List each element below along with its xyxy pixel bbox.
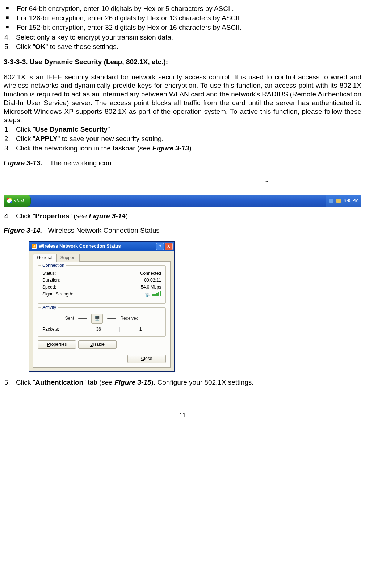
dynamic-security-steps: 1. Click "Use Dynamic Security" 2. Click… — [4, 125, 361, 152]
speed-label: Speed: — [42, 285, 56, 290]
signal-label: Signal Strength: — [42, 291, 73, 298]
group-activity: Activity Sent —— 🖥️ —— Received Packets:… — [38, 307, 166, 337]
dialog-titlebar: 📶 Wireless Network Connection Status ? X — [29, 242, 174, 251]
tray-clock: 6:45 PM — [344, 198, 358, 203]
help-button[interactable]: ? — [156, 243, 164, 250]
packets-sent-value: 36 — [78, 327, 119, 332]
disable-button[interactable]: Disable — [78, 340, 117, 349]
system-tray[interactable]: 6:45 PM — [326, 195, 361, 207]
packets-label: Packets: — [42, 327, 78, 332]
figure-3-13-caption: Figure 3-13. The networking icon — [4, 159, 361, 167]
duration-label: Duration: — [42, 278, 60, 283]
duration-value: 00:02:11 — [144, 278, 161, 283]
group-connection: Connection Status: Connected Duration: 0… — [38, 265, 166, 304]
status-value: Connected — [140, 271, 161, 276]
tab-general[interactable]: General — [33, 254, 56, 262]
down-arrow-icon: ↓ — [264, 174, 269, 184]
tray-network-icon[interactable] — [329, 199, 333, 203]
step-5-list: 5. Click "Authentication" tab (see Figur… — [4, 378, 361, 387]
received-label: Received — [120, 316, 138, 321]
activity-line-icon: —— — [78, 316, 87, 321]
properties-button[interactable]: Properties — [38, 340, 76, 349]
start-label: start — [14, 198, 24, 204]
section-paragraph: 802.1X is an IEEE security standard for … — [4, 73, 361, 125]
wireless-status-dialog: 📶 Wireless Network Connection Status ? X… — [29, 241, 175, 372]
bullet-item: For 128-bit encryption, enter 26 digital… — [4, 14, 361, 22]
group-title: Activity — [41, 305, 58, 310]
dialog-title: Wireless Network Connection Status — [39, 243, 121, 249]
continued-steps-list: 4. Select only a key to encrypt your tra… — [4, 33, 361, 51]
tray-volume-icon[interactable] — [336, 199, 341, 203]
windows-taskbar: start 6:45 PM — [4, 195, 361, 207]
tab-support[interactable]: Support — [56, 254, 80, 262]
start-button[interactable]: start — [4, 195, 31, 207]
step-item: 2. Click "APPLY" to save your new securi… — [4, 134, 361, 143]
close-button[interactable]: X — [165, 243, 173, 250]
step-item: 4. Select only a key to encrypt your tra… — [4, 33, 361, 42]
figure-3-14-caption: Figure 3-14. Wireless Network Connection… — [4, 226, 361, 235]
activity-computers-icon: 🖥️ — [91, 314, 103, 324]
step-4-list: 4. Click "Properties" (see Figure 3-14) — [4, 212, 361, 220]
dialog-tabs: General Support — [33, 253, 171, 262]
page-number: 11 — [4, 412, 361, 419]
speed-value: 54.0 Mbps — [141, 285, 161, 290]
group-title: Connection — [41, 263, 66, 268]
tab-page-general: Connection Status: Connected Duration: 0… — [33, 261, 171, 368]
activity-line-icon: —— — [107, 316, 116, 321]
sent-label: Sent — [65, 316, 74, 321]
step-item: 3. Click the networking icon in the task… — [4, 144, 361, 153]
step-item: 5. Click "Authentication" tab (see Figur… — [4, 378, 361, 387]
step-item: 5. Click "OK" to save these settings. — [4, 42, 361, 51]
signal-strength-icon: 📡 — [145, 291, 161, 298]
step-item: 1. Click "Use Dynamic Security" — [4, 125, 361, 134]
windows-logo-icon — [7, 198, 12, 203]
section-heading: 3-3-3-3. Use Dynamic Security (Leap, 802… — [4, 58, 361, 66]
status-label: Status: — [42, 271, 56, 276]
encryption-bullet-list: For 64-bit encryption, enter 10 digitals… — [4, 4, 361, 32]
figure-3-13-image: ↓ start 6:45 PM — [4, 174, 361, 207]
bullet-item: For 152-bit encryption, enter 32 digital… — [4, 23, 361, 32]
step-item: 4. Click "Properties" (see Figure 3-14) — [4, 212, 361, 220]
packets-received-value: 1 — [120, 327, 161, 332]
bullet-item: For 64-bit encryption, enter 10 digitals… — [4, 4, 361, 13]
wireless-icon: 📶 — [32, 244, 37, 249]
close-dialog-button[interactable]: Close — [127, 355, 166, 363]
